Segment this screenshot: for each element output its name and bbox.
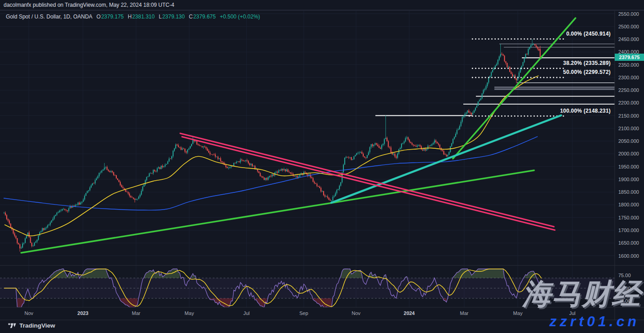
main-pane	[4, 18, 615, 253]
symbol-title[interactable]: Gold Spot / U.S. Dollar, 1D, OANDA	[6, 14, 92, 20]
publish-bar: dacolmanfx published on TradingView.com,…	[0, 0, 644, 10]
footer-bar: TradingView	[8, 322, 55, 329]
steep-trendline-green	[453, 18, 575, 159]
last-price-badge: 2379.675	[615, 54, 644, 61]
ohlc-low: L2379.130	[159, 14, 185, 20]
price-axis-label: 2300.000	[618, 75, 639, 80]
time-axis-label: Jul	[243, 310, 250, 316]
time-axis-label: Mar	[460, 310, 469, 316]
pink-channel-lower	[182, 137, 555, 230]
publish-text: dacolmanfx published on TradingView.com,…	[4, 2, 174, 8]
price-axis-label: 2250.000	[618, 87, 639, 93]
watermark-url: zzrt01.cn	[549, 314, 639, 328]
price-axis-label: 1600.000	[618, 253, 639, 259]
time-axis-label: Mar	[132, 310, 141, 316]
price-axis-label: 2000.000	[618, 151, 639, 156]
price-axis-label: 1750.000	[618, 215, 639, 220]
price-axis-label: 2050.000	[618, 138, 639, 144]
time-axis-label: Nov	[24, 310, 33, 316]
price-axis-label: 2350.000	[618, 62, 639, 68]
time-axis-label: May	[513, 310, 523, 316]
price-axis-label: 2150.000	[618, 113, 639, 119]
price-axis-label: 1700.000	[618, 228, 639, 233]
price-axis-label: 1800.000	[618, 202, 639, 207]
ohlc-close: C2379.675	[189, 14, 216, 20]
change-value: +0.500 (+0.02%)	[220, 14, 260, 20]
time-axis-label: May	[185, 310, 194, 316]
tradingview-logo-icon[interactable]	[8, 322, 16, 329]
tradingview-published-chart: dacolmanfx published on TradingView.com,…	[0, 0, 644, 333]
fib-level-label: 100.00% (2148.231)	[560, 108, 611, 114]
tradingview-logo-text[interactable]: TradingView	[19, 322, 55, 329]
time-axis-label: 2024	[404, 310, 415, 316]
ma-yellow	[5, 76, 539, 236]
price-axis-label: 1950.000	[618, 164, 639, 169]
fib-level-label: 0.00% (2450.914)	[566, 31, 611, 37]
price-axis-label: 2550.000	[618, 11, 639, 17]
ma-blue	[4, 137, 538, 210]
fib-level-label: 50.00% (2299.572)	[563, 69, 611, 75]
watermark-cjk: 海马财经	[522, 279, 641, 308]
rsi-line	[4, 269, 542, 308]
price-axis-label: 2450.000	[618, 36, 639, 42]
time-axis-label: Nov	[352, 310, 361, 316]
price-axis-label: 2500.000	[618, 24, 639, 29]
time-axis-label: Sep	[299, 310, 308, 316]
candlesticks	[4, 39, 542, 251]
ohlc-high: H2381.310	[128, 14, 155, 20]
price-axis-label: 1650.000	[618, 240, 639, 246]
symbol-legend[interactable]: Gold Spot / U.S. Dollar, 1D, OANDA O2379…	[6, 14, 260, 20]
price-axis-label: 1850.000	[618, 189, 639, 195]
ohlc-open: O2379.175	[96, 14, 123, 20]
teal-trendline	[331, 115, 561, 203]
support-trendline-green	[21, 170, 534, 253]
pink-channel-upper	[180, 133, 554, 227]
time-axis-label: 2023	[78, 310, 88, 316]
rsi-ma-line	[4, 269, 542, 307]
price-axis-label: 2200.000	[618, 100, 639, 105]
fib-level-label: 38.20% (2335.289)	[563, 60, 611, 66]
price-axis-label: 2100.000	[618, 126, 639, 131]
gridlines	[0, 11, 615, 307]
price-axis-label: 1900.000	[618, 177, 639, 182]
